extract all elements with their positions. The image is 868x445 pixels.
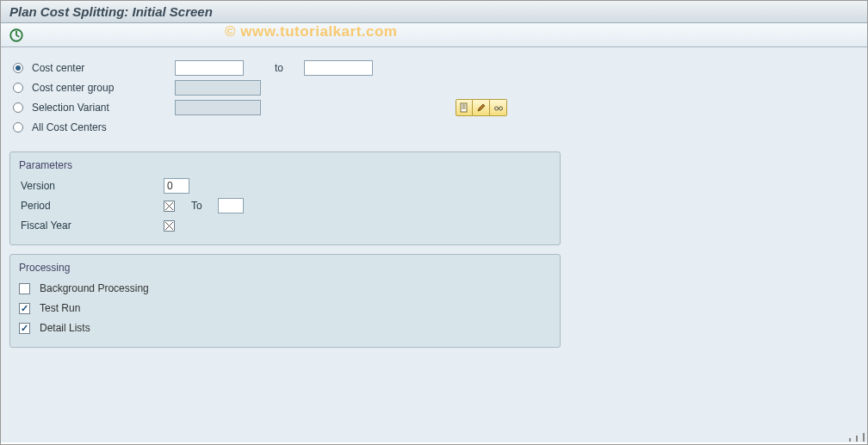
radio-cost-center-group[interactable]	[13, 83, 23, 93]
row-period: Period To	[19, 196, 551, 215]
execute-button[interactable]	[8, 27, 25, 44]
period-to-input[interactable]	[218, 198, 244, 213]
row-cost-center: Cost center to	[13, 59, 561, 77]
label-version: Version	[21, 180, 158, 192]
document-icon	[459, 102, 469, 113]
selection-variant-input	[175, 100, 261, 115]
row-all-cost-centers: All Cost Centers	[13, 118, 561, 137]
resize-handle[interactable]	[849, 431, 865, 442]
row-background: Background Processing	[19, 279, 551, 298]
cost-center-group-input	[175, 80, 261, 96]
fiscal-year-required-indicator	[164, 220, 175, 232]
change-variant-button[interactable]	[473, 99, 490, 116]
parameters-title: Parameters	[19, 159, 551, 171]
content-area: Cost center to Cost center group Selecti…	[1, 47, 867, 442]
label-to: to	[275, 62, 283, 74]
period-required-indicator	[164, 201, 175, 212]
app-toolbar: © www.tutorialkart.com	[1, 23, 867, 47]
watermark-text: © www.tutorialkart.com	[225, 23, 397, 40]
row-cost-center-group: Cost center group	[13, 78, 561, 97]
radio-selection-variant[interactable]	[13, 102, 23, 113]
processing-group: Processing Background Processing Test Ru…	[9, 254, 561, 348]
label-all-cost-centers: All Cost Centers	[32, 121, 170, 133]
label-detail-lists: Detail Lists	[40, 322, 90, 334]
svg-line-2	[16, 35, 19, 37]
svg-point-8	[499, 107, 502, 110]
row-selection-variant: Selection Variant	[13, 98, 561, 117]
test-run-checkbox[interactable]	[19, 303, 30, 314]
row-fiscal-year: Fiscal Year	[19, 216, 551, 235]
execute-icon	[9, 28, 24, 43]
label-selection-variant: Selection Variant	[32, 102, 170, 114]
parameters-group: Parameters Version Period To Fiscal Year	[9, 151, 561, 245]
label-period: Period	[21, 200, 158, 212]
label-background: Background Processing	[40, 282, 149, 294]
radio-all-cost-centers[interactable]	[13, 122, 23, 133]
sap-screen: Plan Cost Splitting: Initial Screen © ww…	[0, 0, 868, 445]
radio-cost-center[interactable]	[13, 63, 23, 73]
processing-title: Processing	[19, 262, 551, 274]
detail-lists-checkbox[interactable]	[19, 323, 30, 334]
selection-block: Cost center to Cost center group Selecti…	[9, 54, 561, 143]
svg-point-7	[494, 107, 498, 110]
row-version: Version	[19, 176, 551, 195]
cost-center-from-input[interactable]	[175, 60, 244, 76]
display-variant-button[interactable]	[490, 99, 507, 116]
label-fiscal-year: Fiscal Year	[21, 219, 158, 232]
version-input[interactable]	[164, 178, 189, 194]
label-cost-center: Cost center	[32, 62, 170, 74]
glasses-icon	[493, 102, 504, 113]
label-period-to: To	[191, 200, 202, 212]
cost-center-to-input[interactable]	[304, 60, 373, 76]
page-title: Plan Cost Splitting: Initial Screen	[1, 1, 867, 23]
create-variant-button[interactable]	[456, 99, 473, 116]
pencil-icon	[476, 102, 487, 113]
background-checkbox[interactable]	[19, 283, 30, 294]
variant-icon-group	[456, 99, 507, 116]
label-cost-center-group: Cost center group	[32, 82, 170, 94]
label-test-run: Test Run	[40, 302, 80, 314]
row-detail-lists: Detail Lists	[19, 318, 551, 337]
row-test-run: Test Run	[19, 299, 551, 318]
